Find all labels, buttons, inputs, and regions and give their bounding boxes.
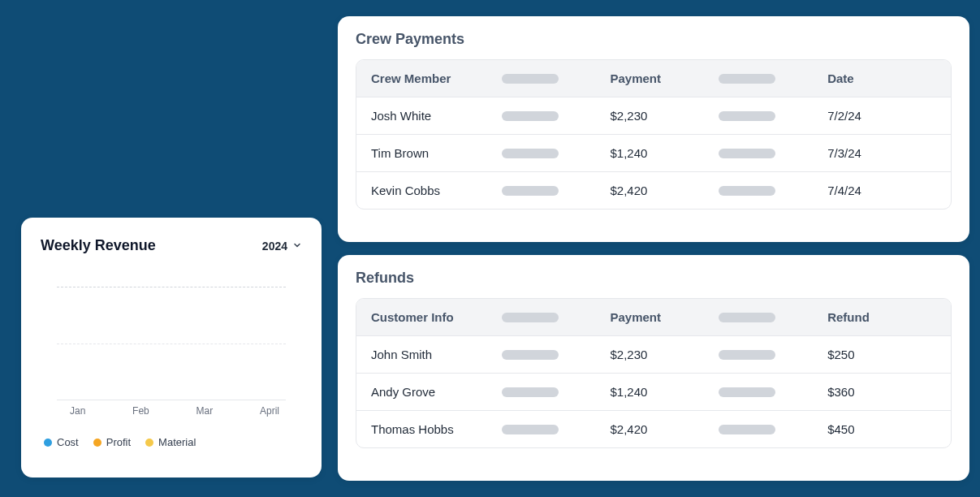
cell-customer: Andy Grove (371, 385, 502, 399)
cell-placeholder (502, 425, 611, 434)
cell-payment: $1,240 (610, 385, 719, 399)
cell-payment: $2,230 (610, 348, 719, 361)
stacked-bar-chart (57, 287, 286, 400)
chart-title: Weekly Revenue (41, 237, 156, 254)
cell-date: 7/3/24 (827, 146, 936, 160)
cell-placeholder (719, 186, 827, 196)
col-placeholder (502, 313, 611, 322)
col-refund: Refund (827, 310, 936, 324)
legend-cost: Cost (44, 436, 79, 448)
table-row[interactable]: Kevin Cobbs$2,4207/4/24 (356, 171, 951, 209)
refunds-title: Refunds (356, 270, 952, 287)
cell-placeholder (719, 149, 827, 158)
cell-payment: $1,240 (610, 146, 719, 160)
refunds-card: Refunds Customer Info Payment Refund Joh… (338, 255, 969, 481)
cell-date: 7/2/24 (827, 109, 936, 123)
cell-member: Josh White (371, 109, 502, 123)
table-row[interactable]: Thomas Hobbs$2,420$450 (356, 410, 951, 447)
legend-profit: Profit (93, 436, 131, 448)
crew-payments-title: Crew Payments (356, 31, 952, 48)
table-header-row: Crew Member Payment Date (356, 60, 951, 97)
cell-placeholder (502, 387, 611, 397)
table-row[interactable]: Tim Brown$1,2407/3/24 (356, 134, 951, 171)
table-row[interactable]: Josh White$2,2307/2/24 (356, 97, 951, 134)
col-customer-info: Customer Info (371, 310, 502, 324)
col-payment: Payment (610, 310, 719, 324)
cell-date: 7/4/24 (827, 184, 936, 197)
table-header-row: Customer Info Payment Refund (356, 299, 951, 335)
cell-placeholder (719, 111, 827, 121)
table-row[interactable]: Andy Grove$1,240$360 (356, 373, 951, 410)
cell-refund: $360 (827, 385, 936, 399)
col-crew-member: Crew Member (371, 71, 502, 85)
col-placeholder (719, 313, 827, 322)
x-axis-labels: Jan Feb Mar April (70, 405, 279, 417)
cell-placeholder (502, 350, 611, 360)
cell-member: Tim Brown (371, 146, 502, 160)
year-value: 2024 (262, 240, 287, 253)
crew-payments-table: Crew Member Payment Date Josh White$2,23… (356, 59, 952, 210)
cell-placeholder (502, 149, 611, 158)
cell-payment: $2,420 (610, 422, 719, 436)
cell-refund: $450 (827, 422, 936, 436)
year-dropdown[interactable]: 2024 (262, 240, 302, 253)
table-row[interactable]: John Smith$2,230$250 (356, 335, 951, 373)
col-date: Date (827, 71, 936, 85)
cell-placeholder (502, 111, 611, 121)
cell-payment: $2,230 (610, 109, 719, 123)
cell-placeholder (719, 350, 827, 360)
cell-refund: $250 (827, 348, 936, 361)
cell-member: Kevin Cobbs (371, 184, 502, 197)
weekly-revenue-card: Weekly Revenue 2024 Jan Feb Mar April Co… (21, 218, 322, 478)
cell-customer: Thomas Hobbs (371, 422, 502, 436)
legend-material: Material (145, 436, 196, 448)
crew-payments-card: Crew Payments Crew Member Payment Date J… (338, 16, 969, 242)
col-payment: Payment (610, 71, 719, 85)
col-placeholder (719, 74, 827, 84)
cell-payment: $2,420 (610, 184, 719, 197)
cell-customer: John Smith (371, 348, 502, 361)
refunds-table: Customer Info Payment Refund John Smith$… (356, 298, 952, 448)
cell-placeholder (719, 425, 827, 434)
cell-placeholder (719, 387, 827, 397)
chart-legend: Cost Profit Material (44, 436, 302, 448)
cell-placeholder (502, 186, 611, 196)
chevron-down-icon (292, 240, 302, 253)
col-placeholder (502, 74, 611, 84)
